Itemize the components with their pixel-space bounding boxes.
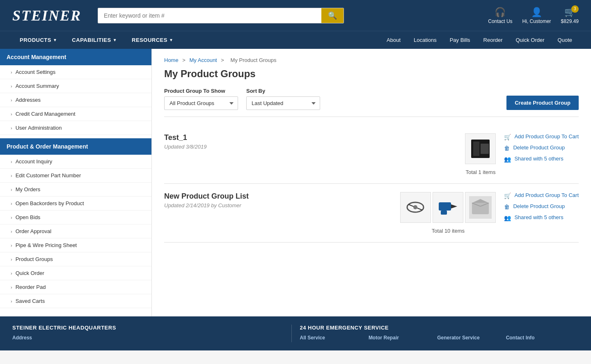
product-group-filter: Product Group To Show All Product Groups [164, 88, 238, 110]
card-actions-0: 🛒 Add Product Group To Cart 🗑 Delete Pro… [504, 133, 579, 163]
footer-col-headquarters: STEINER ELECTRIC HEADQUARTERS Address [12, 325, 291, 342]
sidebar-item-addresses[interactable]: › Addresses [0, 93, 151, 107]
sidebar-item-pipe-wire[interactable]: › Pipe & Wire Pricing Sheet [0, 238, 151, 252]
card-images-row-1 [400, 192, 496, 223]
sidebar-item-open-bids[interactable]: › Open Bids [0, 211, 151, 224]
trash-action-icon-0: 🗑 [504, 145, 510, 151]
chevron-icon: › [11, 98, 12, 103]
svg-point-5 [413, 205, 417, 209]
breadcrumb-current: My Product Groups [231, 57, 277, 63]
product-group-label: Product Group To Show [164, 88, 238, 94]
cart-button[interactable]: 🛒 3 $829.49 [561, 7, 579, 24]
delete-group-action-0[interactable]: 🗑 Delete Product Group [504, 144, 579, 151]
search-button[interactable]: 🔍 [321, 8, 344, 23]
footer-grid: STEINER ELECTRIC HEADQUARTERS Address 24… [12, 325, 579, 342]
footer-col-emergency: 24 HOUR EMERGENCY SERVICE All Service Mo… [291, 325, 579, 342]
group-name-1[interactable]: New Product Group List [164, 192, 392, 201]
product-thumb-1-2[interactable] [465, 192, 496, 223]
breadcrumb: Home > My Account > My Product Groups [164, 57, 579, 63]
filter-row: Product Group To Show All Product Groups… [164, 88, 579, 117]
nav-resources[interactable]: RESOURCES ▼ [124, 31, 181, 49]
sidebar-item-user-admin[interactable]: › User Administration [0, 121, 151, 135]
product-group-select[interactable]: All Product Groups [164, 96, 238, 110]
card-images-1: Total 10 items [400, 192, 496, 234]
add-to-cart-action-0[interactable]: 🛒 Add Product Group To Cart [504, 133, 579, 140]
card-info-0: Test_1 Updated 3/8/2019 [164, 133, 457, 150]
search-input[interactable] [98, 8, 321, 23]
nav-pay-bills[interactable]: Pay Bills [443, 31, 477, 49]
group-updated-0: Updated 3/8/2019 [164, 144, 457, 150]
chevron-icon: › [11, 285, 12, 290]
trash-action-icon-1: 🗑 [504, 204, 510, 210]
main-container: Account Management › Account Settings › … [0, 49, 591, 316]
product-thumb-1-1[interactable] [433, 192, 463, 223]
chevron-icon: › [11, 257, 12, 262]
footer-sub-col-3: Contact Info [506, 335, 570, 342]
sidebar-item-edit-customer-part[interactable]: › Edit Customer Part Number [0, 169, 151, 183]
product-thumb-svg-0 [469, 137, 492, 160]
footer-motor-repair-label: Motor Repair [369, 335, 433, 341]
group-name-0[interactable]: Test_1 [164, 133, 457, 142]
sidebar-item-order-approval[interactable]: › Order Approval [0, 224, 151, 238]
sidebar-item-credit-card[interactable]: › Credit Card Management [0, 107, 151, 121]
footer-emergency-title: 24 HOUR EMERGENCY SERVICE [300, 325, 571, 331]
sidebar-item-open-backorders[interactable]: › Open Backorders by Product [0, 197, 151, 211]
card-images-row-0 [465, 133, 496, 164]
sidebar-item-quick-order[interactable]: › Quick Order [0, 266, 151, 280]
product-thumb-0-0[interactable] [465, 133, 496, 164]
nav-about[interactable]: About [380, 31, 407, 49]
footer-generator-label: Generator Service [437, 335, 502, 341]
footer-sub-col-2: Generator Service [437, 335, 502, 342]
svg-marker-10 [472, 199, 489, 203]
contact-us-button[interactable]: 🎧 Contact Us [488, 7, 512, 24]
nav-locations[interactable]: Locations [407, 31, 443, 49]
sort-by-select[interactable]: Last Updated [246, 96, 320, 110]
svg-rect-2 [481, 144, 489, 154]
chevron-icon: › [11, 70, 12, 75]
sidebar-item-my-orders[interactable]: › My Orders [0, 183, 151, 197]
card-actions-1: 🛒 Add Product Group To Cart 🗑 Delete Pro… [504, 192, 579, 221]
header-right: 🎧 Contact Us 👤 Hi, Customer 🛒 3 $829.49 [488, 7, 579, 24]
sidebar-item-account-settings[interactable]: › Account Settings [0, 65, 151, 79]
sidebar-item-account-summary[interactable]: › Account Summary [0, 79, 151, 93]
nav-reorder[interactable]: Reorder [477, 31, 509, 49]
shared-action-1[interactable]: 👥 Shared with 5 others [504, 214, 579, 221]
cart-total: $829.49 [561, 18, 579, 24]
chevron-icon: › [11, 112, 12, 117]
nav-capabilities[interactable]: CAPABILITIES ▼ [64, 31, 124, 49]
main-nav: PRODUCTS ▼ CAPABILITIES ▼ RESOURCES ▼ Ab… [0, 31, 591, 49]
footer-sub-col-1: Motor Repair [369, 335, 433, 342]
cart-badge: 3 [571, 5, 579, 13]
nav-quote[interactable]: Quote [551, 31, 579, 49]
product-group-card-0: Test_1 Updated 3/8/2019 Total 1 items [164, 125, 579, 184]
nav-quick-order[interactable]: Quick Order [509, 31, 551, 49]
breadcrumb-my-account[interactable]: My Account [190, 57, 217, 63]
product-thumb-drill-svg [437, 196, 459, 219]
breadcrumb-home[interactable]: Home [164, 57, 179, 63]
box-icon-svg [469, 196, 492, 219]
chevron-icon: › [11, 299, 12, 304]
product-thumb-1-0[interactable] [400, 192, 431, 223]
footer-hq-title: STEINER ELECTRIC HEADQUARTERS [12, 325, 283, 331]
sort-by-label: Sort By [246, 88, 320, 94]
sidebar-product-order-header: Product & Order Management [0, 138, 151, 155]
product-thumb-cable-svg [404, 196, 427, 219]
shared-action-0[interactable]: 👥 Shared with 5 others [504, 156, 579, 163]
card-images-0: Total 1 items [465, 133, 496, 175]
user-icon: 👤 [531, 7, 542, 18]
sidebar-item-saved-carts[interactable]: › Saved Carts [0, 294, 151, 308]
user-account-button[interactable]: 👤 Hi, Customer [522, 7, 551, 24]
footer-hq-address-label: Address [12, 335, 283, 341]
site-logo[interactable]: STEINER [12, 7, 81, 24]
chevron-icon: › [11, 126, 12, 130]
sidebar-item-reorder-pad[interactable]: › Reorder Pad [0, 280, 151, 294]
add-to-cart-action-1[interactable]: 🛒 Add Product Group To Cart [504, 192, 579, 199]
footer-sub-col-0: All Service [300, 335, 364, 342]
svg-rect-8 [441, 211, 447, 215]
delete-group-action-1[interactable]: 🗑 Delete Product Group [504, 203, 579, 210]
sidebar-item-product-groups[interactable]: › Product Groups [0, 252, 151, 266]
nav-left: PRODUCTS ▼ CAPABILITIES ▼ RESOURCES ▼ [12, 31, 181, 49]
nav-products[interactable]: PRODUCTS ▼ [12, 31, 64, 49]
sidebar-item-account-inquiry[interactable]: › Account Inquiry [0, 155, 151, 169]
create-product-group-button[interactable]: Create Product Group [506, 96, 579, 110]
